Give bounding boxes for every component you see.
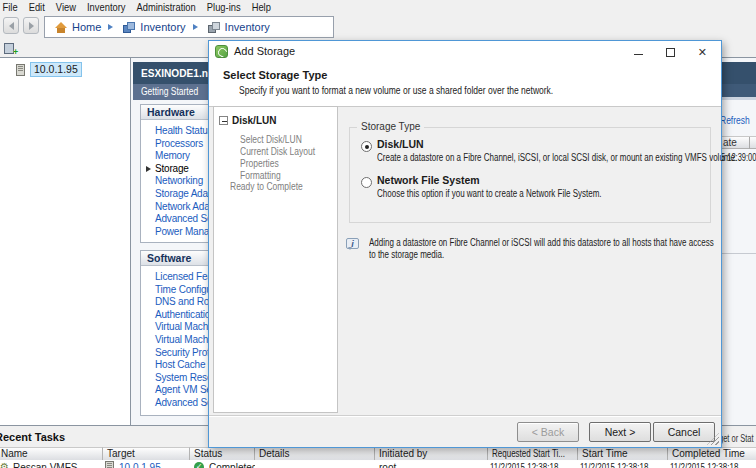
wizard-steps-panel: Disk/LUN Select Disk/LUN Current Disk La… xyxy=(213,106,338,413)
task-requested-start: 11/2/2015 12:38:18 ... xyxy=(488,462,578,468)
wizard-step-properties: Properties xyxy=(240,158,286,169)
host-icon xyxy=(16,64,25,76)
wizard-step-ready-to-complete: Ready to Complete xyxy=(230,181,316,192)
column-header-name[interactable]: Name xyxy=(0,447,103,460)
info-bubble-icon: i xyxy=(346,238,359,249)
forward-button[interactable] xyxy=(23,17,39,34)
radio-network-file-system[interactable] xyxy=(361,177,372,188)
vsphere-client-window: File Edit View Inventory Administration … xyxy=(0,0,756,468)
option-nfs-label[interactable]: Network File System xyxy=(377,174,480,186)
tasks-table-header: Name Target Status Details Initiated by … xyxy=(0,447,756,460)
breadcrumb: Home Inventory Inventory xyxy=(44,16,334,38)
task-start-time: 11/2/2015 12:38:18 ... xyxy=(578,462,668,468)
home-icon xyxy=(55,22,67,33)
close-icon[interactable]: ✕ xyxy=(698,47,707,58)
menu-view[interactable]: View xyxy=(56,1,76,15)
back-button[interactable]: < Back xyxy=(517,422,579,442)
dialog-heading: Select Storage Type xyxy=(223,69,327,81)
inventory-tree-panel: 10.0.1.95 xyxy=(0,58,130,425)
maximize-icon[interactable] xyxy=(666,48,675,57)
task-icon: ⚙ xyxy=(0,462,9,468)
menu-bar: File Edit View Inventory Administration … xyxy=(0,0,643,15)
divider xyxy=(722,253,756,254)
vmware-app-icon xyxy=(215,45,228,58)
column-header-fragment: ate xyxy=(722,136,756,149)
cancel-button[interactable]: Cancel xyxy=(653,422,715,442)
back-arrow-icon xyxy=(9,22,14,30)
host-ip-label: 10.0.1.95 xyxy=(30,62,82,77)
menu-file[interactable]: File xyxy=(3,1,18,15)
storage-type-group-label: Storage Type xyxy=(357,121,424,132)
dialog-header: Select Storage Type Specify if you want … xyxy=(209,63,721,107)
task-target-link[interactable]: 10.0.1.95 xyxy=(119,462,161,468)
add-storage-dialog: Add Storage ✕ Select Storage Type Specif… xyxy=(208,40,722,448)
tree-item-host[interactable]: 10.0.1.95 xyxy=(16,62,82,77)
chevron-right-icon xyxy=(193,24,201,30)
recent-tasks-title: Recent Tasks xyxy=(0,431,65,443)
menu-help[interactable]: Help xyxy=(252,1,271,15)
column-header-requested-start[interactable]: Requested Start Ti... ▽ xyxy=(488,447,578,460)
tasks-filter-fragment: get or Stat xyxy=(719,433,756,444)
dialog-footer-divider xyxy=(209,415,721,417)
menu-edit[interactable]: Edit xyxy=(29,1,45,15)
menu-plugins[interactable]: Plug-ins xyxy=(207,1,241,15)
dialog-title-bar[interactable]: Add Storage ✕ xyxy=(209,41,721,63)
breadcrumb-inventory-2[interactable]: Inventory xyxy=(225,21,270,33)
wizard-step-formatting: Formatting xyxy=(240,170,288,181)
breadcrumb-home[interactable]: Home xyxy=(72,21,101,33)
minimize-icon[interactable] xyxy=(634,54,643,55)
wizard-step-current-disk-layout: Current Disk Layout xyxy=(240,146,328,157)
next-button[interactable]: Next > xyxy=(589,422,651,442)
column-header-start-time[interactable]: Start Time xyxy=(578,447,668,460)
task-status: Completed xyxy=(209,462,255,468)
note-line-1: Adding a datastore on Fibre Channel or i… xyxy=(369,237,756,248)
wizard-step-select-disk-lun: Select Disk/LUN xyxy=(240,134,313,145)
task-name: Rescan VMFS xyxy=(13,462,77,468)
forward-arrow-icon xyxy=(29,22,34,30)
inventory-icon xyxy=(123,22,135,33)
plus-badge-icon: + xyxy=(13,49,20,56)
wizard-step-disk-lun[interactable]: Disk/LUN xyxy=(219,115,276,126)
column-header-target[interactable]: Target xyxy=(103,447,190,460)
task-completed-time: 11/2/2015 12:38:18 ... xyxy=(668,462,756,468)
table-row[interactable]: ⚙ Rescan VMFS 10.0.1.95 ✓ Completed root… xyxy=(0,460,756,468)
breadcrumb-inventory-1[interactable]: Inventory xyxy=(140,21,185,33)
dialog-title: Add Storage xyxy=(234,41,295,62)
note-line-2: to the storage media. xyxy=(369,249,463,260)
back-button[interactable] xyxy=(3,17,19,34)
option-disk-lun-description: Create a datastore on a Fibre Channel, i… xyxy=(377,152,756,163)
option-disk-lun-label[interactable]: Disk/LUN xyxy=(377,138,424,150)
tree-collapse-icon[interactable] xyxy=(219,116,228,125)
inventory-icon xyxy=(208,22,220,33)
column-header-status[interactable]: Status xyxy=(190,447,255,460)
column-header-details[interactable]: Details xyxy=(255,447,375,460)
host-icon xyxy=(105,461,114,468)
column-header-completed-time[interactable]: Completed Time xyxy=(668,447,756,460)
tab-fragment[interactable] xyxy=(720,84,756,97)
option-nfs-description: Choose this option if you want to create… xyxy=(377,188,658,199)
dialog-subheading: Specify if you want to format a new volu… xyxy=(239,85,609,96)
radio-disk-lun[interactable] xyxy=(361,141,372,152)
refresh-link[interactable]: Refresh xyxy=(720,115,756,126)
chevron-right-icon xyxy=(108,24,116,30)
add-host-button[interactable]: + xyxy=(3,41,20,56)
column-header-initiated-by[interactable]: Initiated by xyxy=(375,447,488,460)
task-initiated-by: root xyxy=(375,462,488,468)
completed-check-icon: ✓ xyxy=(194,462,204,468)
menu-inventory[interactable]: Inventory xyxy=(87,1,125,15)
menu-administration[interactable]: Administration xyxy=(137,1,196,15)
